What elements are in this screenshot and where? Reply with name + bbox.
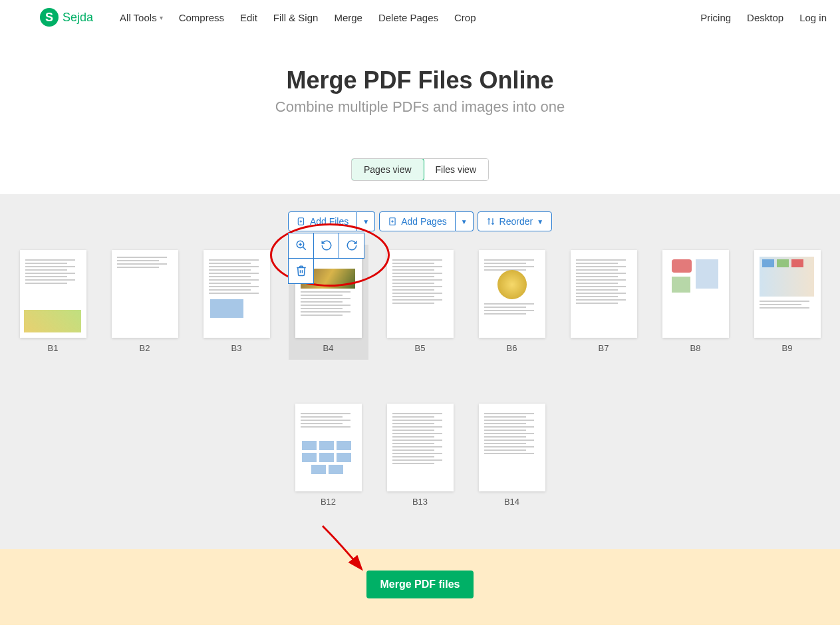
nav-edit[interactable]: Edit	[240, 12, 257, 23]
page-tools	[289, 233, 364, 283]
page-thumb[interactable]: B13	[387, 404, 454, 507]
chevron-down-icon: ▾	[160, 14, 163, 21]
nav-left: All Tools▾ Compress Edit Fill & Sign Mer…	[120, 12, 700, 23]
logo-text: Sejda	[63, 11, 93, 25]
caret-down-icon: ▼	[461, 218, 468, 225]
thumb-label: B14	[504, 497, 519, 507]
rotate-cw-button[interactable]	[339, 233, 364, 259]
delete-button[interactable]	[288, 258, 314, 284]
caret-down-icon: ▼	[362, 218, 369, 225]
view-pages-button[interactable]: Pages view	[351, 158, 424, 181]
nav-all-tools[interactable]: All Tools▾	[120, 12, 163, 23]
logo[interactable]: S Sejda	[40, 8, 93, 27]
logo-icon: S	[40, 8, 59, 27]
zoom-button[interactable]	[288, 233, 314, 259]
page-thumb-selected[interactable]: B4	[289, 245, 368, 360]
rotate-ccw-icon	[321, 239, 333, 251]
page-title-block: Merge PDF Files Online Combine multiple …	[0, 66, 840, 116]
thumb-label: B13	[412, 497, 428, 507]
page-title: Merge PDF Files Online	[0, 66, 840, 94]
page-thumb[interactable]: B2	[112, 250, 178, 353]
merge-button[interactable]: Merge PDF files	[366, 571, 473, 598]
nav-compress[interactable]: Compress	[179, 12, 224, 23]
nav-login[interactable]: Log in	[799, 12, 827, 23]
thumb-label: B4	[323, 343, 334, 353]
workspace: Add Files ▼ Add Pages ▼ Reorder ▼ B1 B2	[0, 194, 840, 549]
thumbnail-grid: B1 B2 B3	[8, 247, 833, 509]
nav-delete-pages[interactable]: Delete Pages	[378, 12, 438, 23]
file-plus-icon	[297, 217, 306, 226]
zoom-in-icon	[295, 239, 307, 251]
view-toggle: Pages view Files view	[0, 158, 840, 181]
page-thumb[interactable]: B5	[387, 250, 454, 353]
thumb-label: B9	[782, 343, 793, 353]
thumb-label: B8	[690, 343, 701, 353]
page-thumb[interactable]: B6	[479, 250, 545, 353]
page-thumb[interactable]: B12	[295, 404, 362, 507]
header: S Sejda All Tools▾ Compress Edit Fill & …	[0, 0, 840, 35]
page-subtitle: Combine multiple PDFs and images into on…	[0, 98, 840, 116]
page-thumb[interactable]: B7	[571, 250, 637, 353]
thumb-label: B1	[48, 343, 59, 353]
view-files-button[interactable]: Files view	[424, 159, 488, 180]
add-pages-button[interactable]: Add Pages	[379, 211, 456, 231]
add-pages-dropdown[interactable]: ▼	[456, 211, 474, 231]
page-thumb[interactable]: B3	[204, 250, 270, 353]
add-files-button[interactable]: Add Files	[288, 211, 357, 231]
sort-icon	[486, 217, 495, 226]
footer-bar: Merge PDF files	[0, 549, 840, 625]
caret-down-icon: ▼	[537, 218, 543, 225]
rotate-cw-icon	[346, 239, 358, 251]
nav-merge[interactable]: Merge	[334, 12, 362, 23]
thumb-label: B2	[140, 343, 150, 353]
trash-icon	[295, 265, 307, 277]
nav-pricing[interactable]: Pricing	[700, 12, 731, 23]
reorder-button[interactable]: Reorder ▼	[478, 211, 553, 231]
page-thumb[interactable]: B1	[20, 250, 86, 353]
thumb-label: B5	[415, 343, 426, 353]
nav-right: Pricing Desktop Log in	[700, 12, 827, 23]
thumb-label: B12	[321, 497, 336, 507]
nav-fill-sign[interactable]: Fill & Sign	[273, 12, 319, 23]
thumb-label: B6	[507, 343, 517, 353]
thumb-label: B7	[599, 343, 609, 353]
svg-line-7	[303, 247, 306, 250]
page-plus-icon	[388, 217, 397, 226]
add-files-dropdown[interactable]: ▼	[357, 211, 375, 231]
rotate-ccw-button[interactable]	[313, 233, 339, 259]
nav-desktop[interactable]: Desktop	[747, 12, 783, 23]
page-thumb[interactable]: B14	[479, 404, 545, 507]
page-thumb[interactable]: B8	[662, 250, 729, 353]
thumb-label: B3	[231, 343, 242, 353]
page-thumb[interactable]: B9	[754, 250, 821, 353]
nav-crop[interactable]: Crop	[454, 12, 476, 23]
toolbar: Add Files ▼ Add Pages ▼ Reorder ▼	[0, 207, 840, 247]
